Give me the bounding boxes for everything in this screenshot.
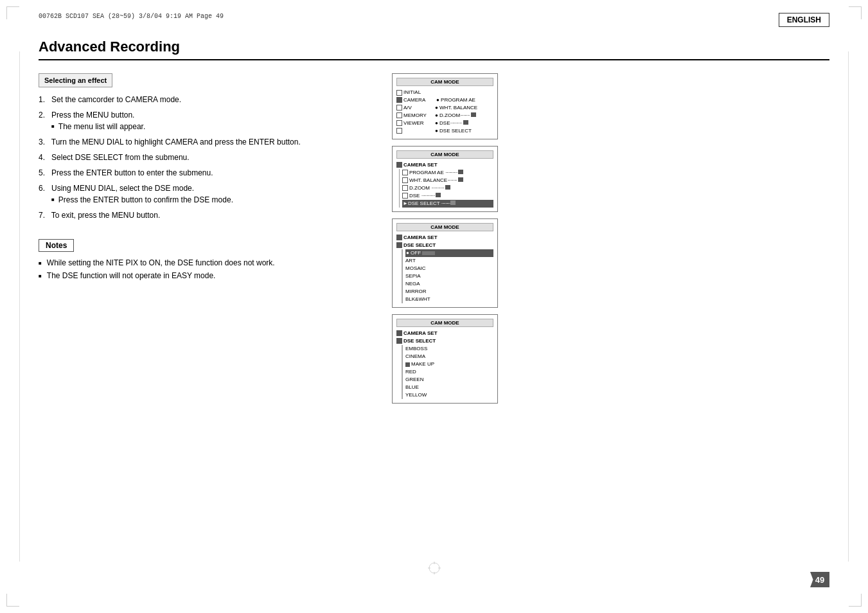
step-num-7: 7.: [39, 211, 49, 220]
cam-box-3: CAM MODE CAMERA SET DSE SELECT ● OFF ART…: [392, 218, 498, 308]
section-label: Selecting an effect: [39, 73, 112, 87]
notes-section: Notes While setting the NITE PIX to ON, …: [39, 239, 373, 280]
step-text-2: Press the MENU button.: [51, 111, 134, 120]
cam-box3-content: CAMERA SET DSE SELECT ● OFF ART MOSAIC S…: [396, 234, 493, 303]
step-text-7: To exit, press the MENU button.: [51, 211, 160, 220]
step-7: 7. To exit, press the MENU button.: [39, 211, 373, 220]
step-num-2: 2.: [39, 111, 49, 120]
step-num-5: 5.: [39, 168, 49, 177]
note-item-1: While setting the NITE PIX to ON, the DS…: [39, 258, 373, 267]
step-4: 4. Select DSE SELECT from the submenu.: [39, 153, 373, 162]
step-3: 3. Turn the MENU DIAL to highlight CAMER…: [39, 138, 373, 147]
bottom-crosshair: [427, 561, 441, 578]
right-col: CAM MODE INITIAL CAMERA ● PROGRAM AE A/V…: [392, 73, 520, 404]
page-number: 49: [810, 572, 829, 587]
step-num-3: 3.: [39, 138, 49, 147]
page-title: Advanced Recording: [39, 39, 829, 60]
step-num-4: 4.: [39, 153, 49, 162]
step-1: 1. Set the camcorder to CAMERA mode.: [39, 95, 373, 104]
step-num-6: 6.: [39, 184, 49, 193]
main-content: Advanced Recording Selecting an effect 1…: [39, 39, 829, 574]
notes-list: While setting the NITE PIX to ON, the DS…: [39, 258, 373, 280]
steps-list: 1. Set the camcorder to CAMERA mode. 2. …: [39, 95, 373, 220]
step-2-sub: The menu list will appear.: [39, 122, 373, 131]
notes-label: Notes: [39, 239, 74, 252]
cam-box-4: CAM MODE CAMERA SET DSE SELECT EMBOSS CI…: [392, 314, 498, 404]
cam-box-2: CAM MODE CAMERA SET PROGRAM AE ·········…: [392, 146, 498, 212]
corner-br: [849, 594, 862, 607]
left-col: Selecting an effect 1. Set the camcorder…: [39, 73, 373, 404]
step-text-6: Using MENU DIAL, select the DSE mode.: [51, 184, 194, 193]
step-num-1: 1.: [39, 95, 49, 104]
cam-header-3: CAM MODE: [396, 223, 493, 231]
step-5: 5. Press the ENTER button to enter the s…: [39, 168, 373, 177]
print-info: 00762B SCD107 SEA (28~59) 3/8/04 9:19 AM…: [39, 13, 224, 20]
step-text-1: Set the camcorder to CAMERA mode.: [51, 95, 181, 104]
header: 00762B SCD107 SEA (28~59) 3/8/04 9:19 AM…: [0, 13, 868, 27]
step-6-sub: Press the ENTER button to confirm the DS…: [39, 195, 373, 204]
step-text-4: Select DSE SELECT from the submenu.: [51, 153, 190, 162]
cam-box-1: CAM MODE INITIAL CAMERA ● PROGRAM AE A/V…: [392, 73, 498, 139]
svg-point-0: [429, 563, 439, 573]
step-6: 6. Using MENU DIAL, select the DSE mode.…: [39, 184, 373, 204]
step-text-3: Turn the MENU DIAL to highlight CAMERA a…: [51, 138, 301, 147]
step-text-5: Press the ENTER button to enter the subm…: [51, 168, 213, 177]
english-badge: ENGLISH: [779, 13, 829, 27]
side-line-left: [19, 51, 20, 562]
side-line-right: [848, 51, 849, 562]
cam-header-4: CAM MODE: [396, 319, 493, 327]
two-col: Selecting an effect 1. Set the camcorder…: [39, 73, 829, 404]
cam-box1-content: INITIAL CAMERA ● PROGRAM AE A/V ● WHT. B…: [396, 89, 493, 135]
step-2: 2. Press the MENU button. The menu list …: [39, 111, 373, 131]
cam-box2-content: CAMERA SET PROGRAM AE ··············· WH…: [396, 161, 493, 208]
corner-bl: [6, 594, 19, 607]
page-container: 00762B SCD107 SEA (28~59) 3/8/04 9:19 AM…: [0, 0, 868, 613]
cam-header-2: CAM MODE: [396, 150, 493, 159]
cam-header-1: CAM MODE: [396, 78, 493, 86]
cam-box4-content: CAMERA SET DSE SELECT EMBOSS CINEMA MAKE…: [396, 330, 493, 399]
note-item-2: The DSE function will not operate in EAS…: [39, 271, 373, 280]
